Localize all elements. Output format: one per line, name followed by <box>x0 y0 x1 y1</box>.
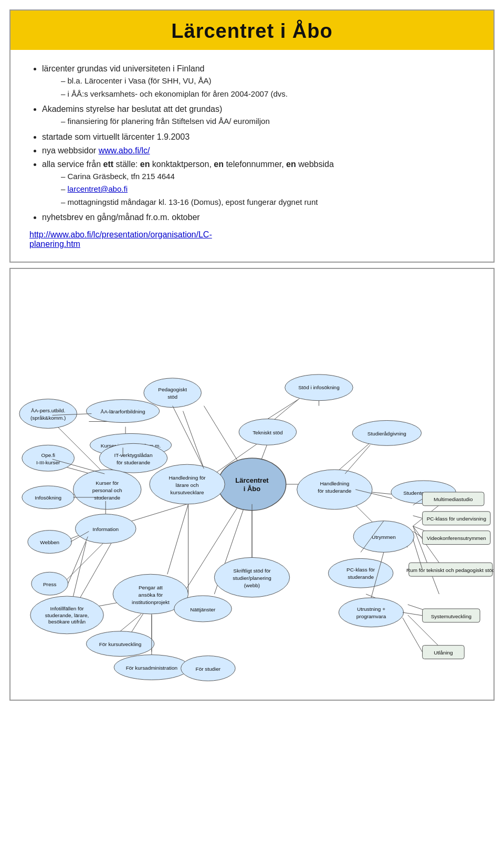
sub-bullet-5-2: larcentret@abo.fi <box>61 183 477 195</box>
svg-line-142 <box>73 542 86 597</box>
slide-content: lärcenter grundas vid universiteten i Fi… <box>10 59 494 249</box>
svg-text:ÅA-lärarfortbildning: ÅA-lärarfortbildning <box>101 409 145 414</box>
svg-text:studier/planering: studier/planering <box>233 575 271 581</box>
node-pc-klass-underv: PC-klass för undervisning <box>423 512 490 525</box>
svg-text:PC-klass för: PC-klass för <box>346 567 375 573</box>
node-kurser-pers: Kurser för personal och studerande <box>73 470 141 509</box>
svg-line-127 <box>268 400 298 419</box>
slide-bottom: Lärcentret i Åbo Pedagogiskt stöd Stöd i… <box>9 268 495 701</box>
mindmap-area: Lärcentret i Åbo Pedagogiskt stöd Stöd i… <box>10 269 494 700</box>
svg-text:Utrymmen: Utrymmen <box>372 534 396 540</box>
node-aa-pers: ÅA-pers.utbild. (språk&komm.) <box>19 399 77 429</box>
svg-text:Pedagogiskt: Pedagogiskt <box>158 387 187 392</box>
svg-point-104 <box>328 558 393 588</box>
svg-text:Tekniskt stöd: Tekniskt stöd <box>253 430 282 435</box>
svg-line-146 <box>120 614 141 631</box>
node-webben: Webben <box>28 530 72 554</box>
svg-text:Nättjänster: Nättjänster <box>190 607 216 612</box>
node-videokonf: Videokonferensutrymmen <box>423 531 490 545</box>
svg-text:(webb): (webb) <box>244 582 260 588</box>
svg-text:kursutvecklare: kursutvecklare <box>170 490 204 495</box>
abo-fi-link[interactable]: www.abo.fi/lc/ <box>99 146 150 155</box>
node-handl-larare: Handledning för lärare och kursutvecklar… <box>150 464 225 504</box>
node-aa-lar: ÅA-lärarfortbildning <box>86 400 159 423</box>
sub-bullet-1-1: bl.a. Lärocenter i Vasa (för SHH, VU, ÅA… <box>61 75 477 87</box>
node-multimediastudio: Multimediastudio <box>423 492 484 506</box>
svg-text:i Åbo: i Åbo <box>244 485 260 493</box>
node-center: Lärcentret i Åbo <box>218 458 286 511</box>
sub-bullet-5-3: mottagningstid måndagar kl. 13-16 (Domus… <box>61 196 477 209</box>
node-pc-klass-stud: PC-klass för studerande <box>328 558 393 588</box>
svg-text:Ope.fi: Ope.fi <box>41 452 55 458</box>
svg-text:ÅA-pers.utbild.: ÅA-pers.utbild. <box>31 408 65 413</box>
node-it-verk: IT-verktygslådan för studerande <box>99 443 167 473</box>
node-nattjanster: Nättjänster <box>174 596 232 622</box>
bullet-3: startade som virtuellt lärcenter 1.9.200… <box>42 131 477 143</box>
svg-text:personal och: personal och <box>92 487 122 493</box>
svg-text:programvara: programvara <box>356 613 386 619</box>
node-utrustning: Utrustning + programvara <box>339 598 403 627</box>
svg-text:Videokonferensutrymmen: Videokonferensutrymmen <box>427 535 486 541</box>
svg-text:(språk&komm.): (språk&komm.) <box>30 415 66 421</box>
svg-line-35 <box>272 396 303 422</box>
svg-line-144 <box>167 504 188 574</box>
svg-text:För kursutveckling: För kursutveckling <box>99 641 142 647</box>
svg-text:studerande: studerande <box>348 574 374 580</box>
node-infosok: Infosökning <box>22 486 75 509</box>
svg-text:Utlåning: Utlåning <box>434 650 453 656</box>
svg-text:Skriftligt stöd för: Skriftligt stöd för <box>233 568 271 574</box>
node-utlaning: Utlåning <box>423 646 465 659</box>
svg-text:stöd: stöd <box>167 394 177 400</box>
svg-point-51 <box>22 445 75 471</box>
bullet-2: Akademins styrelse har beslutat att det … <box>42 103 477 128</box>
svg-text:studerande, lärare,: studerande, lärare, <box>45 612 89 618</box>
presentation-link[interactable]: http://www.abo.fi/lc/presentation/organi… <box>29 230 212 248</box>
node-studieradg: Studierådgivning <box>352 421 421 446</box>
svg-text:Stöd i infosökning: Stöd i infosökning <box>298 384 339 390</box>
node-for-kursutveckling: För kursutveckling <box>86 631 154 657</box>
node-tekniskt: Tekniskt stöd <box>239 419 297 445</box>
svg-text:lärare och: lärare och <box>175 482 198 488</box>
svg-text:för studerande: för studerande <box>318 488 352 494</box>
node-press: Press <box>32 572 68 595</box>
mindmap-svg: Lärcentret i Åbo Pedagogiskt stöd Stöd i… <box>10 269 494 700</box>
svg-line-132 <box>413 516 423 518</box>
svg-text:Lärcentret: Lärcentret <box>235 476 269 484</box>
svg-text:Utrustning +: Utrustning + <box>357 606 385 612</box>
svg-line-129 <box>345 445 370 474</box>
svg-text:Pengar att: Pengar att <box>139 585 163 590</box>
svg-text:institutionprojekt: institutionprojekt <box>132 599 170 605</box>
node-systemutv: Systemutveckling <box>423 609 480 622</box>
svg-text:PC-klass för undervisning: PC-klass för undervisning <box>427 516 486 522</box>
node-handl-stud: Handledning för studerande <box>297 470 372 509</box>
svg-text:Kurser för: Kurser för <box>96 480 119 486</box>
svg-text:Systemutveckling: Systemutveckling <box>431 613 471 619</box>
node-pedagogiskt: Pedagogiskt stöd <box>144 378 202 408</box>
node-ope-fi: Ope.fi I-III-kurser <box>22 445 75 471</box>
bullet-6: nyhetsbrev en gång/månad fr.o.m. oktober <box>42 211 477 224</box>
slide-title: Lärcentret i Åbo <box>16 20 488 43</box>
svg-text:Information: Information <box>92 526 119 532</box>
svg-text:Rum för tekniskt och pedagogis: Rum för tekniskt och pedagogiskt stöd <box>406 567 494 573</box>
svg-line-126 <box>173 406 204 469</box>
bullet-5: alla service från ett ställe: en konktak… <box>42 158 477 209</box>
svg-text:För kursadministration: För kursadministration <box>126 665 177 671</box>
svg-text:Multimediastudio: Multimediastudio <box>434 496 473 502</box>
svg-line-138 <box>403 618 423 652</box>
sub-bullet-1-2: i ÅÅ:s verksamhets- och ekonomiplan för … <box>61 88 477 100</box>
svg-text:IT-verktygslådan: IT-verktygslådan <box>114 452 153 458</box>
svg-point-56 <box>99 443 167 473</box>
node-utrymmen: Utrymmen <box>353 521 414 553</box>
slide-top: Lärcentret i Åbo lärcenter grundas vid u… <box>9 9 495 263</box>
email-link[interactable]: larcentret@abo.fi <box>68 184 128 193</box>
node-information: Information <box>75 514 135 544</box>
svg-text:Handledning: Handledning <box>320 481 349 486</box>
svg-text:Infotillfällen för: Infotillfällen för <box>50 606 84 611</box>
bullet-4: nya webbsidor www.abo.fi/lc/ <box>42 144 477 157</box>
svg-text:ansöka för: ansöka för <box>139 592 163 598</box>
svg-text:Webben: Webben <box>40 539 59 545</box>
node-for-kursadm: För kursadministration <box>114 655 189 680</box>
bullet-1: lärcenter grundas vid universiteten i Fi… <box>42 63 477 100</box>
svg-text:Press: Press <box>43 581 56 587</box>
svg-text:Studierådgivning: Studierådgivning <box>368 431 406 436</box>
